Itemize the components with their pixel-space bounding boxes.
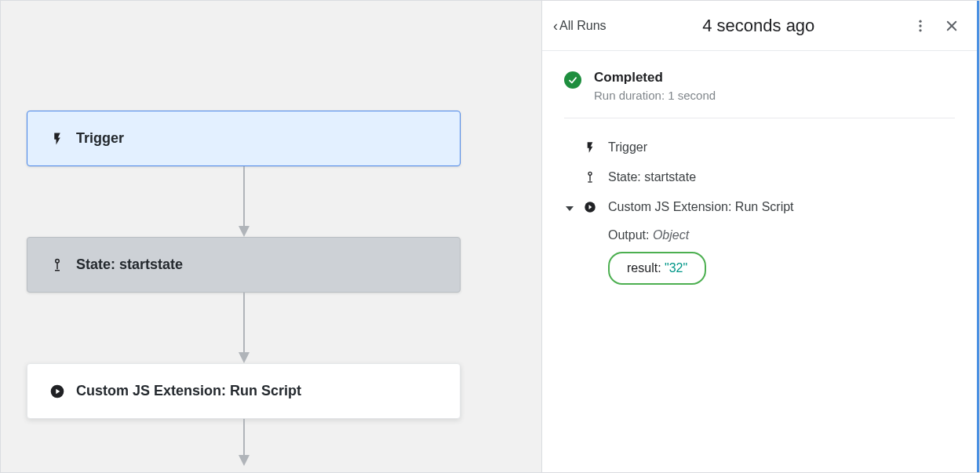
workflow-canvas[interactable]: Trigger State: startstate [1,1,542,472]
play-circle-icon [49,384,65,399]
connector [27,166,461,237]
panel-title: 4 seconds ago [607,16,911,36]
run-step-trigger[interactable]: Trigger [564,133,955,162]
check-circle-icon [564,71,581,89]
result-key: result: [627,261,665,275]
node-state[interactable]: State: startstate [27,237,461,293]
state-icon [49,257,65,273]
more-menu-icon[interactable] [911,16,930,35]
back-label: All Runs [559,19,607,33]
svg-point-12 [919,24,921,27]
bolt-icon [49,131,65,147]
svg-marker-1 [239,226,250,237]
svg-point-16 [588,172,592,175]
panel-header: ‹ All Runs 4 seconds ago [542,1,977,51]
output-label: Output: [608,228,653,242]
run-status: Completed Run duration: 1 second [564,70,955,118]
bolt-icon [583,140,597,155]
result-pill: result: "32" [608,252,706,285]
status-subtitle: Run duration: 1 second [594,89,716,102]
run-step-label: Trigger [608,140,647,155]
node-run-script[interactable]: Custom JS Extension: Run Script [27,363,461,419]
svg-point-11 [919,20,921,22]
status-title: Completed [594,70,716,86]
result-value: "32" [665,261,687,275]
play-circle-icon [583,200,597,214]
output-block: Output: Object result: "32" [564,222,955,285]
node-label: Custom JS Extension: Run Script [76,383,301,399]
svg-point-13 [919,29,921,31]
connector [27,293,461,363]
run-step-label: State: startstate [608,170,696,184]
state-icon [583,170,597,184]
chevron-left-icon: ‹ [553,19,558,33]
run-step-state[interactable]: State: startstate [564,162,955,192]
run-step-label: Custom JS Extension: Run Script [608,200,794,214]
svg-marker-10 [239,455,250,466]
node-trigger[interactable]: Trigger [27,111,461,166]
connector [27,419,461,466]
output-type: Object [653,228,689,242]
close-icon[interactable] [942,16,961,35]
run-step-script[interactable]: Custom JS Extension: Run Script [564,192,955,222]
node-label: Trigger [76,130,124,147]
back-all-runs[interactable]: ‹ All Runs [553,19,607,33]
svg-marker-6 [239,352,250,363]
svg-point-2 [56,259,60,263]
node-label: State: startstate [76,257,183,273]
run-details-panel: ‹ All Runs 4 seconds ago Completed [542,1,979,472]
